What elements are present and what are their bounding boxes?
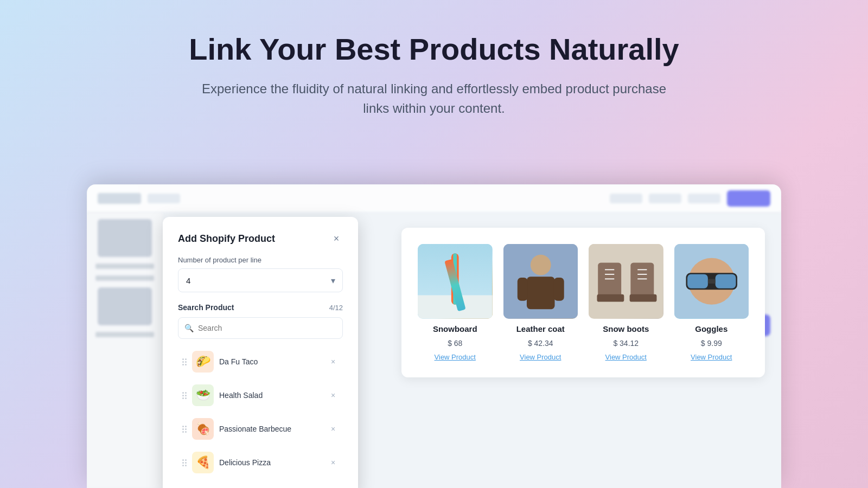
- list-item[interactable]: 🌮 Da Fu Taco ×: [178, 345, 343, 378]
- hero-title: Link Your Best Products Naturally: [11, 33, 857, 66]
- modal-title: Add Shopify Product: [178, 233, 275, 245]
- product-view-link[interactable]: View Product: [435, 353, 476, 361]
- product-card-name: Goggles: [695, 324, 727, 333]
- list-item[interactable]: 🍕 Delicious Pizza ×: [178, 446, 343, 479]
- main-ui-container: Add Shopify Product × Number of product …: [87, 184, 781, 488]
- blurred-image-1: [98, 219, 152, 257]
- drag-handle-icon: [182, 358, 187, 365]
- svg-rect-25: [707, 279, 715, 284]
- svg-point-5: [530, 255, 551, 275]
- drag-handle-icon: [182, 392, 187, 399]
- drag-handle-icon: [182, 426, 187, 433]
- product-card-price: $ 42.34: [528, 339, 553, 348]
- product-card-name: Leather coat: [516, 324, 565, 333]
- blurred-line-1: [95, 264, 154, 269]
- search-product-count: 4/12: [329, 304, 343, 312]
- svg-rect-8: [553, 278, 564, 301]
- product-view-link[interactable]: View Product: [691, 353, 732, 361]
- top-bar: [87, 184, 781, 213]
- search-icon: 🔍: [184, 324, 194, 332]
- modal-dialog: Add Shopify Product × Number of product …: [163, 217, 358, 488]
- top-bar-item-2: [610, 194, 642, 203]
- svg-rect-24: [715, 274, 736, 288]
- search-input[interactable]: [178, 317, 343, 339]
- product-view-link[interactable]: View Product: [520, 353, 561, 361]
- product-card: Snow boots $ 34.12 View Product: [589, 244, 663, 361]
- svg-rect-23: [687, 274, 708, 288]
- products-per-line-select[interactable]: 1 2 3 4 5 6: [178, 268, 343, 292]
- products-per-line-select-wrapper: 1 2 3 4 5 6 ▾: [178, 268, 343, 292]
- product-card-price: $ 9.99: [701, 339, 722, 348]
- product-card-price: $ 34.12: [613, 339, 639, 348]
- svg-rect-11: [597, 294, 624, 302]
- product-card: Goggles $ 9.99 View Product: [674, 244, 749, 361]
- product-thumbnail: 🍖: [192, 418, 214, 440]
- top-bar-brand: [98, 193, 141, 204]
- product-card-image-goggles: [674, 244, 749, 319]
- search-input-wrapper: 🔍: [178, 317, 343, 339]
- product-name: Delicious Pizza: [219, 458, 322, 467]
- svg-rect-1: [418, 296, 493, 319]
- product-view-link[interactable]: View Product: [605, 353, 647, 361]
- product-name: Passionate Barbecue: [219, 425, 322, 433]
- search-product-label: Search Product: [178, 303, 234, 312]
- list-item[interactable]: 🍖 Passionate Barbecue ×: [178, 413, 343, 445]
- top-bar-item-4: [688, 194, 720, 203]
- product-grid: Snowboard $ 68 View Product Leather: [418, 244, 749, 361]
- product-per-line-label: Number of product per line: [178, 256, 343, 264]
- product-remove-button[interactable]: ×: [328, 390, 339, 401]
- product-card-image-boots: [589, 244, 663, 319]
- product-name: Da Fu Taco: [219, 357, 322, 366]
- product-card-name: Snowboard: [433, 324, 477, 333]
- product-remove-button[interactable]: ×: [328, 356, 339, 367]
- top-bar-item-1: [148, 194, 180, 203]
- product-remove-button[interactable]: ×: [328, 423, 339, 434]
- product-card: Snowboard $ 68 View Product: [418, 244, 493, 361]
- modal-close-button[interactable]: ×: [330, 232, 343, 245]
- hero-subtitle: Experience the fluidity of natural linki…: [190, 79, 678, 118]
- svg-rect-7: [517, 278, 527, 301]
- product-name: Health Salad: [219, 391, 322, 400]
- blurred-image-2: [98, 287, 152, 325]
- svg-rect-13: [630, 294, 657, 302]
- top-bar-item-3: [649, 194, 681, 203]
- product-thumbnail: 🍕: [192, 452, 214, 473]
- product-card-price: $ 68: [448, 339, 462, 348]
- product-card-image-snowboard: [418, 244, 493, 319]
- top-bar-publish-button[interactable]: [727, 190, 770, 207]
- product-card: Leather coat $ 42.34 View Product: [503, 244, 578, 361]
- svg-rect-3: [453, 253, 457, 305]
- product-thumbnail: 🥗: [192, 384, 214, 406]
- svg-rect-6: [526, 277, 554, 309]
- product-preview-panel: Snowboard $ 68 View Product Leather: [401, 228, 765, 377]
- hero-section: Link Your Best Products Naturally Experi…: [0, 0, 868, 140]
- modal-header: Add Shopify Product ×: [178, 232, 343, 245]
- list-item[interactable]: 🥗 Health Salad ×: [178, 379, 343, 412]
- blurred-line-2: [95, 275, 154, 281]
- product-card-name: Snow boots: [603, 324, 649, 333]
- drag-handle-icon: [182, 459, 187, 466]
- product-remove-button[interactable]: ×: [328, 457, 339, 468]
- blurred-line-3: [95, 332, 154, 337]
- blurred-side-panel: [87, 213, 163, 488]
- product-thumbnail: 🌮: [192, 351, 214, 373]
- search-product-header: Search Product 4/12: [178, 303, 343, 312]
- product-card-image-leather: [503, 244, 578, 319]
- product-list: 🌮 Da Fu Taco × 🥗 Health Salad ×: [178, 345, 343, 479]
